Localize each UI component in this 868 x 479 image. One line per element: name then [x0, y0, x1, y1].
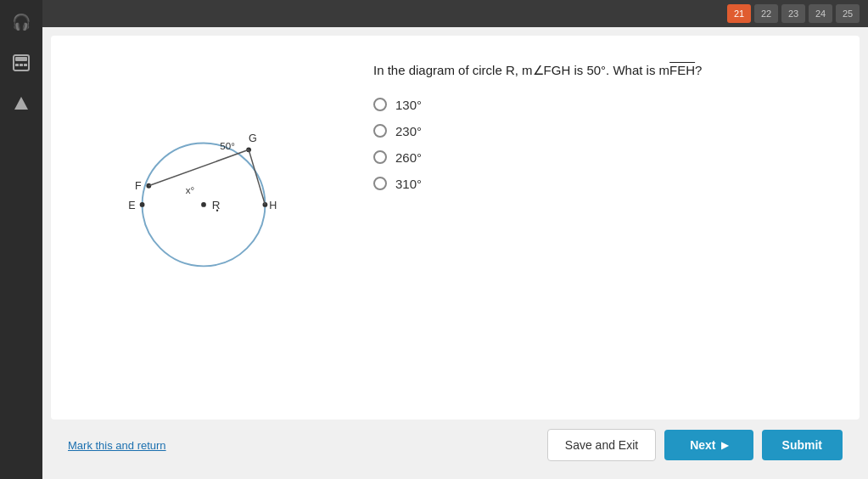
option-label-130: 130°	[395, 98, 422, 112]
svg-text:•: •	[216, 206, 218, 215]
option-260[interactable]: 260°	[373, 150, 843, 165]
svg-rect-2	[15, 64, 19, 66]
option-label-230: 230°	[395, 124, 422, 138]
option-radio-230[interactable]	[373, 124, 387, 138]
question-num-24[interactable]: 24	[809, 4, 832, 23]
submit-button[interactable]: Submit	[762, 430, 843, 460]
option-310[interactable]: 310°	[373, 177, 843, 191]
calculator-icon[interactable]	[8, 49, 35, 76]
option-label-260: 260°	[395, 150, 422, 165]
svg-line-18	[148, 149, 249, 185]
question-num-22[interactable]: 22	[754, 4, 778, 23]
svg-point-12	[140, 202, 145, 207]
svg-text:G: G	[249, 132, 257, 144]
svg-rect-1	[15, 57, 27, 61]
svg-text:F: F	[135, 180, 142, 192]
diagram-area: R • H E	[68, 53, 339, 403]
bottom-bar: Mark this and return Save and Exit Next …	[51, 420, 860, 471]
svg-point-7	[201, 202, 206, 207]
svg-rect-4	[24, 64, 27, 66]
mark-return-link[interactable]: Mark this and return	[68, 439, 166, 452]
question-num-23[interactable]: 23	[781, 4, 805, 23]
arc-notation: FEH	[669, 63, 695, 77]
headphones-icon[interactable]: 🎧	[8, 8, 35, 36]
svg-rect-3	[20, 64, 23, 66]
left-sidebar: 🎧	[0, 0, 42, 479]
top-bar: 21 22 23 24 25	[42, 0, 868, 27]
option-230[interactable]: 230°	[373, 124, 843, 138]
option-label-310: 310°	[395, 177, 422, 191]
option-radio-310[interactable]	[373, 177, 387, 190]
question-text-part1: In the diagram of circle R, m∠FGH is 50°…	[373, 63, 669, 77]
svg-text:x°: x°	[186, 185, 194, 195]
question-num-21[interactable]: 21	[727, 4, 751, 23]
save-exit-button[interactable]: Save and Exit	[547, 429, 656, 461]
options-list: 130° 230° 260° 310°	[373, 98, 843, 191]
svg-line-19	[249, 149, 265, 205]
svg-text:E: E	[128, 200, 135, 211]
option-130[interactable]: 130°	[373, 98, 843, 112]
svg-text:50°: 50°	[220, 141, 235, 151]
svg-text:H: H	[269, 200, 277, 211]
action-buttons: Save and Exit Next Submit	[547, 429, 843, 461]
content-area: R • H E	[42, 27, 868, 479]
question-text-area: In the diagram of circle R, m∠FGH is 50°…	[356, 53, 843, 403]
question-title: In the diagram of circle R, m∠FGH is 50°…	[373, 61, 843, 81]
option-radio-260[interactable]	[373, 150, 387, 164]
question-panel: R • H E	[51, 36, 860, 420]
next-button[interactable]: Next	[664, 430, 753, 460]
question-text-part2: ?	[695, 63, 702, 77]
question-num-25[interactable]: 25	[836, 4, 860, 23]
up-arrow-icon[interactable]	[8, 90, 35, 117]
main-content: 21 22 23 24 25 R •	[42, 0, 868, 479]
option-radio-130[interactable]	[373, 98, 387, 111]
svg-marker-5	[14, 97, 28, 110]
